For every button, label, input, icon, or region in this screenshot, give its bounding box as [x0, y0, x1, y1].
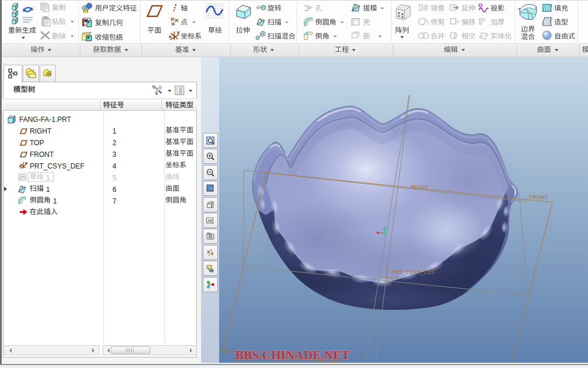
svg-text:TOP: TOP — [220, 348, 231, 354]
svg-text:RIGHT: RIGHT — [411, 184, 428, 190]
svg-text:PRT_CSYS_DEF: PRT_CSYS_DEF — [392, 269, 435, 275]
svg-text:AB: AB — [207, 219, 213, 223]
svg-text:FRONT: FRONT — [529, 194, 548, 200]
svg-text:BBS.CHINADE.NET: BBS.CHINADE.NET — [235, 348, 350, 362]
